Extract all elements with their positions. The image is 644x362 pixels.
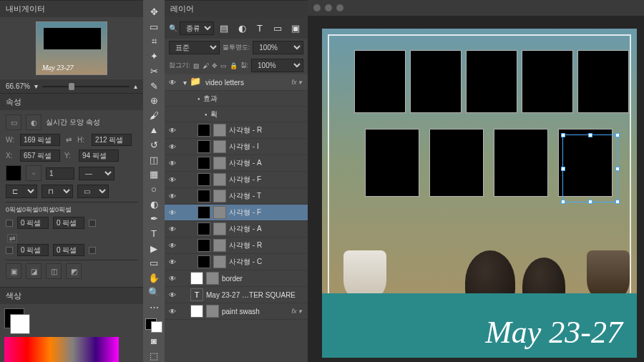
layer-name[interactable]: 사각형 - T xyxy=(229,191,261,201)
heal-tool[interactable]: ⊕ xyxy=(146,94,162,107)
transform-bounding-box[interactable] xyxy=(562,134,618,202)
corner-br-checkbox[interactable] xyxy=(89,247,96,254)
eyedropper-tool[interactable]: ✎ xyxy=(146,79,162,92)
layer-name[interactable]: video letters xyxy=(205,79,244,87)
zoom-slider[interactable] xyxy=(42,86,130,87)
maximize-window-icon[interactable] xyxy=(336,4,343,11)
layer-mask-thumbnail[interactable] xyxy=(213,239,226,252)
disclosure-icon[interactable]: ▾ xyxy=(183,79,187,87)
transform-handle[interactable] xyxy=(588,200,592,204)
link-wh-icon[interactable]: ⇄ xyxy=(64,136,73,145)
type-tool[interactable]: T xyxy=(146,228,162,240)
crop-tool[interactable]: ✂ xyxy=(146,65,162,78)
transform-handle[interactable] xyxy=(615,200,620,204)
filter-pixel-icon[interactable]: ▤ xyxy=(216,20,232,36)
transform-handle[interactable] xyxy=(561,133,565,137)
layer-name[interactable]: 사각형 - F xyxy=(229,175,261,185)
filter-kind-dropdown[interactable]: 종류 xyxy=(180,21,214,35)
photo-placeholder[interactable] xyxy=(429,129,484,197)
dodge-tool[interactable]: ◐ xyxy=(146,197,162,210)
photo-placeholder[interactable] xyxy=(410,50,462,113)
layer-mask-thumbnail[interactable] xyxy=(213,140,226,153)
layer-thumbnail[interactable] xyxy=(197,173,210,186)
visibility-icon[interactable]: 👁 xyxy=(167,306,177,316)
layer-mask-thumbnail[interactable] xyxy=(213,255,226,268)
filter-kind-icon[interactable]: 🔍 xyxy=(169,24,177,32)
transform-handle[interactable] xyxy=(588,133,592,137)
zoom-in-icon[interactable]: ▴ xyxy=(134,82,137,90)
visibility-icon[interactable]: 👁 xyxy=(167,224,177,234)
layer-thumbnail[interactable] xyxy=(197,124,210,137)
y-input[interactable] xyxy=(79,150,119,162)
gradient-tool[interactable]: ▦ xyxy=(146,168,162,181)
marquee-tool[interactable]: ▭ xyxy=(146,21,162,34)
zoom-value[interactable]: 66.67% xyxy=(6,82,30,90)
layer-name[interactable]: 사각형 - A xyxy=(229,158,262,168)
layer-thumbnail[interactable] xyxy=(190,305,203,318)
hand-tool[interactable]: ✋ xyxy=(146,272,162,285)
layer-name[interactable]: 사각형 - R xyxy=(229,125,262,135)
lock-all-icon[interactable]: 🔒 xyxy=(230,62,238,69)
fx-badge[interactable]: fx ▾ xyxy=(291,308,305,315)
layer-item[interactable]: ●효과 xyxy=(165,91,308,107)
layer-name[interactable]: 사각형 - A xyxy=(229,224,262,234)
photo-placeholder[interactable] xyxy=(577,50,629,113)
cap-dropdown[interactable]: ⊏ xyxy=(6,185,37,198)
visibility-icon[interactable]: 👁 xyxy=(167,273,177,283)
layer-list[interactable]: 👁▾📁video lettersfx ▾●효과●획👁사각형 - R👁사각형 - … xyxy=(165,74,308,362)
layer-thumbnail[interactable] xyxy=(197,157,210,170)
rectangle-tool[interactable]: ▭ xyxy=(146,257,162,270)
layer-item[interactable]: 👁사각형 - I xyxy=(165,139,308,155)
stroke-style-dropdown[interactable]: — xyxy=(79,167,114,180)
layer-thumbnail[interactable] xyxy=(197,222,210,235)
history-brush-tool[interactable]: ↺ xyxy=(146,139,162,152)
minimize-window-icon[interactable] xyxy=(325,4,332,11)
background-color[interactable] xyxy=(10,314,30,334)
layer-thumbnail[interactable] xyxy=(197,190,210,202)
layer-name[interactable]: 사각형 - C xyxy=(229,257,262,267)
pathop-subtract-icon[interactable]: ◪ xyxy=(26,263,42,279)
edit-toolbar[interactable]: ⋯ xyxy=(146,301,162,314)
corner-br-input[interactable] xyxy=(53,244,84,256)
layer-name[interactable]: May 23-27 …TER SQUARE xyxy=(206,291,296,299)
zoom-tool[interactable]: 🔍 xyxy=(146,286,162,299)
layer-thumbnail[interactable] xyxy=(197,206,210,219)
opacity-dropdown[interactable]: 100% xyxy=(253,41,303,54)
layer-mask-thumbnail[interactable] xyxy=(213,222,226,235)
photo-placeholder[interactable] xyxy=(354,50,406,113)
layer-thumbnail[interactable] xyxy=(190,272,203,285)
layer-thumbnail[interactable] xyxy=(197,140,210,153)
visibility-icon[interactable]: 👁 xyxy=(167,191,177,201)
layer-mask-thumbnail[interactable] xyxy=(213,173,226,186)
corner-tr-input[interactable] xyxy=(53,217,84,229)
layer-mask-thumbnail[interactable] xyxy=(213,157,226,170)
pathop-exclude-icon[interactable]: ◩ xyxy=(66,263,82,279)
filter-smart-icon[interactable]: ▣ xyxy=(288,20,303,36)
path-select-tool[interactable]: ▶ xyxy=(146,242,162,255)
layer-item[interactable]: 👁사각형 - F xyxy=(165,205,308,221)
lock-artboard-icon[interactable]: ▭ xyxy=(220,62,227,69)
corner-tl-checkbox[interactable] xyxy=(6,220,13,227)
stroke-width-input[interactable] xyxy=(46,167,74,180)
layer-name[interactable]: border xyxy=(222,275,243,283)
transform-handle[interactable] xyxy=(561,200,565,204)
pathop-intersect-icon[interactable]: ◫ xyxy=(46,263,62,279)
transform-handle[interactable] xyxy=(561,167,565,171)
link-corners-icon[interactable]: ⇄ xyxy=(7,234,17,243)
align-dropdown[interactable]: ▭ xyxy=(77,185,109,198)
navigator-thumbnail[interactable]: May 23-27 xyxy=(36,21,107,75)
stroke-color-swatch[interactable]: ▫ xyxy=(26,165,42,181)
layer-item[interactable]: 👁border xyxy=(165,270,308,287)
document-canvas[interactable]: May 23-27 xyxy=(322,29,637,358)
screenmode-tool[interactable]: ⬚ xyxy=(146,349,162,362)
layer-item[interactable]: 👁사각형 - C xyxy=(165,254,308,270)
transform-handle[interactable] xyxy=(615,133,620,137)
pathop-combine-icon[interactable]: ▣ xyxy=(6,263,21,279)
visibility-icon[interactable]: 👁 xyxy=(167,125,177,135)
move-tool[interactable]: ✥ xyxy=(146,6,162,19)
photo-placeholder[interactable] xyxy=(522,50,573,113)
layer-item[interactable]: 👁사각형 - A xyxy=(165,155,308,172)
stamp-tool[interactable]: ▲ xyxy=(146,124,162,137)
width-input[interactable] xyxy=(20,134,60,146)
layer-item[interactable]: 👁TMay 23-27 …TER SQUARE xyxy=(165,287,308,303)
